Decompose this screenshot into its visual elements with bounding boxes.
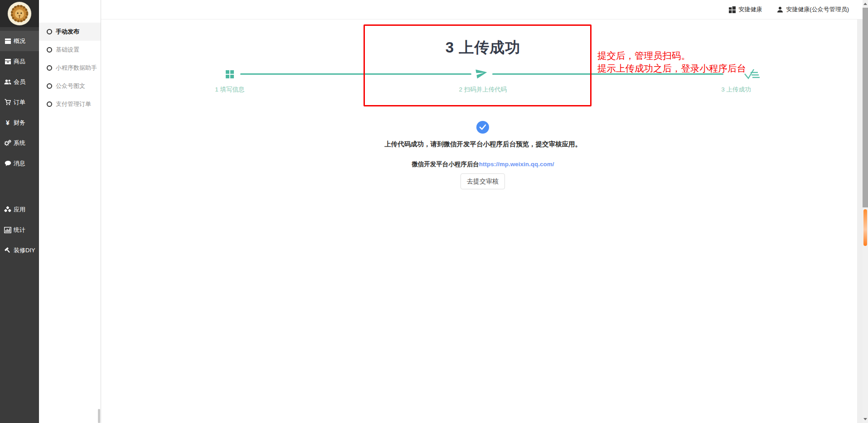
sidebar-item-overview[interactable]: 概况 [0,31,39,51]
sidebar-item-apps[interactable]: 应用 [0,199,39,220]
annotation-highlight-box [364,24,592,106]
sidebar-item-label: 财务 [14,119,25,127]
vertical-scrollbar[interactable] [863,0,868,423]
yen-icon: ¥ [4,119,11,126]
scrollbar-orange-marker[interactable] [863,209,867,246]
step3-label: 3 上传成功 [610,86,863,94]
user-menu[interactable]: 安捷健康(公众号管理员) [777,5,849,14]
content-edge-strip [857,19,863,423]
primary-nav: 概况 商品 会员 订单 ¥ 财务 [0,31,39,260]
circle-icon [47,65,52,71]
submenu-item-basic-settings[interactable]: 基础设置 [39,41,101,59]
submenu-item-label: 基础设置 [56,46,79,54]
sidebar-item-goods[interactable]: 商品 [0,51,39,72]
platform-link[interactable]: https://mp.weixin.qq.com/ [479,161,554,168]
bar-chart-icon [4,226,11,234]
sidebar-item-orders[interactable]: 订单 [0,92,39,112]
user-name: 安捷健康(公众号管理员) [786,5,849,14]
go-submit-review-button[interactable]: 去提交审核 [461,173,505,189]
scrollbar-thumb[interactable] [863,8,868,207]
workspace-name: 安捷健康 [738,5,762,14]
submenu-scrollbar-thumb[interactable] [98,409,100,423]
annotation-note: 提交后，管理员扫码。 提示上传成功之后，登录小程序后台 [597,49,746,75]
cubes-icon [4,206,11,213]
nav-divider-gap [0,173,39,199]
sidebar-item-messages[interactable]: 消息 [0,153,39,173]
submenu-list: 手动发布 基础设置 小程序数据助手 公众号图文 支付管理订单 [39,23,101,113]
annotation-line1: 提交后，管理员扫码。 [597,49,746,62]
workspace-switcher[interactable]: 安捷健康 [729,5,762,14]
top-header: 安捷健康 安捷健康(公众号管理员) [101,0,868,19]
sidebar-item-system[interactable]: 系统 [0,133,39,153]
sidebar-item-label: 装修DIY [14,246,35,255]
circle-icon [47,101,52,107]
main-content: 3 上传成功 1 填写信息 2 扫码并上传代码 3 上传成功 提交后，管理员扫码… [103,19,863,423]
submenu-item-payment-orders[interactable]: 支付管理订单 [39,95,101,113]
platform-link-label: 微信开发平台小程序后台 [412,161,479,168]
scroll-up-arrow-icon[interactable] [863,3,867,5]
cart-icon [4,99,11,106]
sidebar-item-label: 系统 [14,139,25,147]
sidebar-item-label: 应用 [14,206,25,214]
hammer-icon [4,247,11,254]
lion-logo-icon [7,1,32,26]
sidebar-item-label: 消息 [14,159,25,168]
sidebar-item-label: 概况 [14,37,25,45]
upload-success-message: 上传代码成功，请到微信开发平台小程序后台预览，提交审核应用。 [103,140,863,149]
step1-label: 1 填写信息 [103,86,356,94]
sidebar-item-diy[interactable]: 装修DIY [0,240,39,260]
step1-grid-icon [226,70,234,80]
box-icon [4,58,11,65]
sidebar-item-label: 统计 [14,226,25,234]
sidebar-item-finance[interactable]: ¥ 财务 [0,112,39,133]
sidebar-item-label: 会员 [14,78,25,86]
submenu-item-label: 小程序数据助手 [56,64,97,72]
submenu-item-miniprogram-data[interactable]: 小程序数据助手 [39,59,101,77]
sidebar-item-label: 商品 [14,58,25,66]
window-icon [4,38,11,45]
success-check-icon [476,121,489,134]
sidebar-item-label: 订单 [14,98,25,106]
grid-icon [729,6,736,13]
scroll-down-arrow-icon[interactable] [863,418,867,420]
gears-icon [4,139,11,147]
app-logo[interactable] [0,0,39,27]
circle-icon [47,47,52,53]
submenu-item-official-articles[interactable]: 公众号图文 [39,77,101,95]
sidebar-item-members[interactable]: 会员 [0,72,39,92]
submenu-item-manual-publish[interactable]: 手动发布 [39,23,101,41]
submenu-item-label: 支付管理订单 [56,100,91,108]
annotation-line2: 提示上传成功之后，登录小程序后台 [597,62,746,75]
user-icon [777,6,783,13]
sidebar-item-stats[interactable]: 统计 [0,220,39,240]
users-icon [4,78,11,86]
platform-link-line: 微信开发平台小程序后台https://mp.weixin.qq.com/ [103,160,863,168]
submenu-item-label: 手动发布 [56,28,79,36]
circle-icon [47,83,52,89]
submenu-item-label: 公众号图文 [56,82,85,90]
secondary-sidebar: 手动发布 基础设置 小程序数据助手 公众号图文 支付管理订单 [39,0,101,423]
chat-bubble-icon [4,160,11,167]
primary-sidebar: 概况 商品 会员 订单 ¥ 财务 [0,0,39,423]
circle-icon [47,29,52,34]
